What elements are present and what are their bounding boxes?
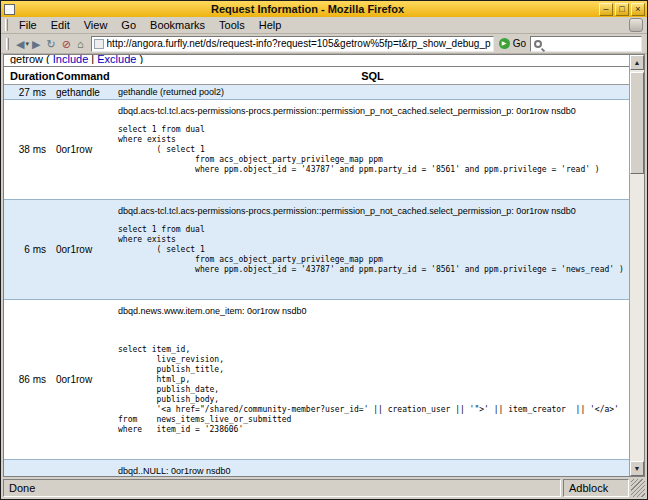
close-button[interactable]: × xyxy=(631,3,645,16)
browser-window: Request Information - Mozilla Firefox – … xyxy=(0,0,648,500)
vertical-scrollbar[interactable]: ▲ ▼ xyxy=(629,55,644,476)
status-text: Done xyxy=(3,479,561,497)
sql-cell: dbqd..NULL: 0or1row nsdb0 select package… xyxy=(116,460,629,477)
command-cell: 0or1row xyxy=(54,460,116,477)
navigation-toolbar: ◀ ▾ ▶ ↻ ⊘ ⌂ ▶ Go xyxy=(1,34,647,54)
menu-bookmarks[interactable]: Bookmarks xyxy=(143,18,212,32)
window-title: Request Information - Mozilla Firefox xyxy=(18,2,597,17)
sql-statement-name: gethandle (returned pool2) xyxy=(118,87,627,97)
go-arrow-icon: ▶ xyxy=(499,38,510,49)
table-row: 38 ms 0or1row dbqd.acs-tcl.tcl.acs-permi… xyxy=(4,100,629,200)
column-header-command: Command xyxy=(54,67,116,85)
content-viewport: getrow ( Include | Exclude ) Duration Co… xyxy=(3,54,645,477)
table-row: 27 ms gethandle gethandle (returned pool… xyxy=(4,85,629,100)
search-icon[interactable] xyxy=(534,40,542,48)
throbber-icon xyxy=(629,18,643,32)
table-row: 6 ms 0or1row dbqd.acs-tcl.tcl.acs-permis… xyxy=(4,200,629,300)
sql-statement-body: select 1 from dual where exists ( select… xyxy=(118,125,627,175)
command-cell: gethandle xyxy=(54,85,116,100)
duration-cell: 86 ms xyxy=(4,300,54,460)
toolbar-grip[interactable] xyxy=(5,19,8,31)
table-row: 86 ms 0or1row dbqd.news.www.item.one_ite… xyxy=(4,300,629,460)
menu-edit[interactable]: Edit xyxy=(44,18,77,32)
table-row: 3 ms 0or1row dbqd..NULL: 0or1row nsdb0 s… xyxy=(4,460,629,477)
sql-statement-name: dbqd..NULL: 0or1row nsdb0 xyxy=(118,466,627,476)
home-icon[interactable]: ⌂ xyxy=(74,35,87,53)
search-input[interactable] xyxy=(545,38,638,49)
statusbar: Done Adblock xyxy=(3,479,645,497)
include-link[interactable]: Include xyxy=(53,55,88,64)
sql-debug-table: Duration Command SQL 27 ms gethandle get… xyxy=(4,67,629,476)
url-bar xyxy=(91,36,494,52)
menu-go[interactable]: Go xyxy=(114,18,143,32)
menu-file[interactable]: File xyxy=(12,18,44,32)
scroll-up-icon[interactable]: ▲ xyxy=(630,55,644,70)
getrow-filter-line: getrow ( Include | Exclude ) xyxy=(4,55,629,64)
window-icon xyxy=(4,4,15,15)
command-cell: 0or1row xyxy=(54,300,116,460)
search-bar xyxy=(530,36,642,52)
go-label: Go xyxy=(513,38,526,49)
sql-statement-name: dbqd.news.www.item.one_item: 0or1row nsd… xyxy=(118,306,627,316)
page-content: getrow ( Include | Exclude ) Duration Co… xyxy=(4,55,629,476)
scrollbar-thumb[interactable] xyxy=(630,72,644,174)
column-header-sql: SQL xyxy=(116,67,629,85)
resize-grip[interactable] xyxy=(631,479,645,497)
getrow-label: getrow ( xyxy=(10,55,53,64)
go-button[interactable]: ▶ Go xyxy=(498,38,530,49)
exclude-link[interactable]: Exclude xyxy=(97,55,136,64)
sql-statement-name: dbqd.acs-tcl.tcl.acs-permissions-procs.p… xyxy=(118,106,627,116)
menu-help[interactable]: Help xyxy=(252,18,289,32)
duration-cell: 38 ms xyxy=(4,100,54,200)
duration-cell: 27 ms xyxy=(4,85,54,100)
maximize-button[interactable]: □ xyxy=(615,3,629,16)
menubar: File Edit View Go Bookmarks Tools Help xyxy=(1,17,647,34)
forward-icon[interactable]: ▶ xyxy=(29,35,43,53)
command-cell: 0or1row xyxy=(54,200,116,300)
page-favicon xyxy=(94,39,104,49)
menu-view[interactable]: View xyxy=(77,18,115,32)
duration-cell: 3 ms xyxy=(4,460,54,477)
scrollbar-track[interactable] xyxy=(630,70,644,461)
duration-cell: 6 ms xyxy=(4,200,54,300)
adblock-status-button[interactable]: Adblock xyxy=(563,479,629,497)
url-input[interactable] xyxy=(107,38,491,49)
sql-cell: dbqd.news.www.item.one_item: 0or1row nsd… xyxy=(116,300,629,460)
sql-statement-body: select 1 from dual where exists ( select… xyxy=(118,225,627,275)
command-cell: 0or1row xyxy=(54,100,116,200)
sql-statement-name: dbqd.acs-tcl.tcl.acs-permissions-procs.p… xyxy=(118,206,627,216)
sql-cell: gethandle (returned pool2) xyxy=(116,85,629,100)
toolbar-grip[interactable] xyxy=(6,38,9,50)
stop-icon[interactable]: ⊘ xyxy=(59,35,74,53)
reload-icon[interactable]: ↻ xyxy=(43,35,58,53)
sql-cell: dbqd.acs-tcl.tcl.acs-permissions-procs.p… xyxy=(116,100,629,200)
titlebar: Request Information - Mozilla Firefox – … xyxy=(1,1,647,17)
sql-cell: dbqd.acs-tcl.tcl.acs-permissions-procs.p… xyxy=(116,200,629,300)
sql-statement-body: select item_id, live_revision, publish_t… xyxy=(118,325,627,435)
column-header-duration: Duration xyxy=(4,67,54,85)
minimize-button[interactable]: – xyxy=(599,3,613,16)
menu-tools[interactable]: Tools xyxy=(212,18,252,32)
table-header-row: Duration Command SQL xyxy=(4,67,629,85)
scroll-down-icon[interactable]: ▼ xyxy=(630,461,644,476)
